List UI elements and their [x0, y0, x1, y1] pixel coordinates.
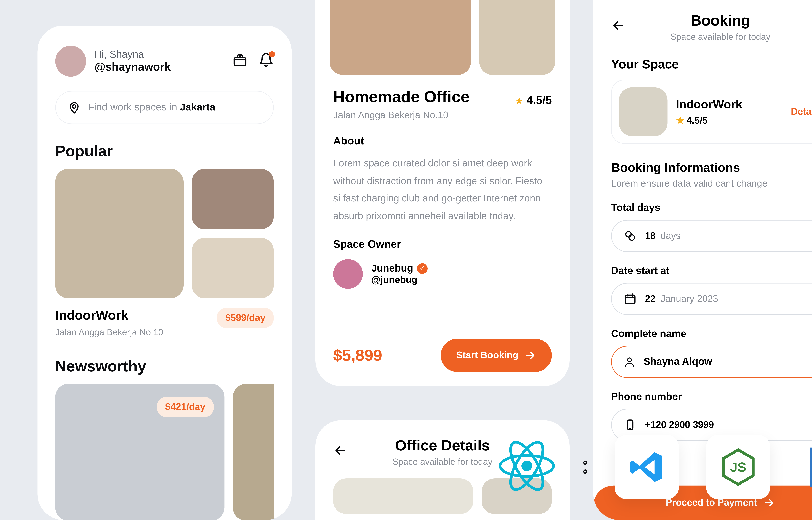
your-space-heading: Your Space [611, 57, 812, 71]
svg-point-1 [73, 105, 76, 108]
booked-space-thumb [619, 87, 668, 136]
detail-price: $5,899 [333, 346, 382, 364]
phone-number-label: Phone number [611, 391, 812, 403]
phone-device-icon [624, 418, 637, 432]
newsworthy-card-peek[interactable] [233, 384, 274, 520]
popular-image-small-2[interactable] [192, 238, 274, 298]
star-icon: ★ [676, 115, 684, 126]
newsworthy-card[interactable]: $421/day [55, 384, 224, 520]
notification-bell-icon[interactable] [258, 52, 274, 70]
name-text-field[interactable] [644, 356, 812, 368]
complete-name-input[interactable] [611, 346, 812, 378]
greeting-text: Hi, Shayna [94, 49, 170, 61]
peek-image-1[interactable] [333, 478, 473, 514]
more-menu-icon[interactable] [583, 461, 587, 473]
complete-name-label: Complete name [611, 328, 812, 340]
svg-point-7 [522, 461, 532, 471]
back-button[interactable] [333, 443, 349, 460]
gift-icon[interactable] [232, 52, 248, 70]
about-text: Lorem space curated dolor si amet deep w… [333, 155, 552, 225]
typescript-icon: TS [797, 435, 812, 499]
phone-value: +120 2900 3999 [645, 420, 714, 430]
total-days-input[interactable]: 18 days [611, 220, 812, 252]
vscode-icon [615, 435, 679, 499]
svg-point-3 [629, 235, 635, 240]
detail-screen: Homemade Office Jalan Angga Bekerja No.1… [315, 0, 569, 386]
detail-address: Jalan Angga Bekerja No.10 [333, 110, 470, 121]
detail-rating: ★ 4.5/5 [515, 94, 552, 107]
newsworthy-heading: Newsworthy [55, 357, 274, 375]
svg-rect-0 [234, 57, 246, 66]
calendar-icon [624, 292, 637, 305]
booking-info-text: Lorem ensure data valid cant change [611, 178, 812, 189]
date-start-input[interactable]: 22 January 2023 [611, 283, 812, 315]
newsworthy-price-badge: $421/day [157, 397, 214, 417]
owner-heading: Space Owner [333, 238, 552, 251]
booking-title: Booking [626, 12, 812, 29]
user-icon [624, 355, 635, 368]
svg-point-2 [626, 232, 631, 237]
user-avatar[interactable] [55, 46, 86, 77]
verified-badge-icon: ✓ [417, 263, 428, 274]
owner-name: Junebug [371, 262, 413, 274]
popular-space-address: Jalan Angga Bekerja No.10 [55, 327, 163, 337]
star-icon: ★ [515, 95, 523, 106]
search-placeholder: Find work spaces in Jakarta [88, 102, 215, 113]
tech-stack-badges: JS TS [498, 435, 812, 499]
map-pin-icon [68, 101, 81, 114]
svg-point-5 [627, 358, 632, 362]
popular-space-name: IndoorWork [55, 308, 163, 323]
date-start-label: Date start at [611, 265, 812, 277]
search-input[interactable]: Find work spaces in Jakarta [55, 91, 274, 124]
detail-title: Homemade Office [333, 88, 470, 106]
about-heading: About [333, 135, 552, 147]
arrow-left-icon [333, 443, 347, 458]
details-link[interactable]: Details [791, 106, 812, 117]
arrow-left-icon [611, 18, 625, 33]
react-icon [498, 437, 556, 497]
detail-hero-image-2[interactable] [479, 0, 555, 75]
booking-info-heading: Booking Informations [611, 160, 812, 175]
booked-space-rating: 4.5/5 [687, 115, 707, 126]
total-days-label: Total days [611, 202, 812, 214]
owner-handle: @junebug [371, 275, 428, 285]
booked-space-card: IndoorWork ★ 4.5/5 Details [611, 80, 812, 144]
detail-hero-image-1[interactable] [330, 0, 471, 75]
svg-text:JS: JS [730, 460, 746, 474]
popular-heading: Popular [55, 142, 274, 160]
svg-rect-4 [625, 295, 635, 304]
booked-space-name: IndoorWork [676, 98, 742, 111]
booking-subtitle: Space available for today [626, 31, 812, 42]
start-booking-button[interactable]: Start Booking [441, 339, 552, 372]
rings-icon [624, 230, 637, 242]
popular-price-badge: $599/day [217, 308, 274, 328]
popular-image-small-1[interactable] [192, 169, 274, 230]
home-screen: Hi, Shayna @shaynawork Find work spaces [37, 26, 291, 520]
back-button[interactable] [611, 18, 626, 35]
nodejs-icon: JS [706, 435, 770, 499]
popular-image-large[interactable] [55, 169, 184, 298]
user-handle: @shaynawork [94, 61, 170, 74]
owner-avatar[interactable] [333, 259, 363, 289]
arrow-right-icon [524, 349, 536, 361]
